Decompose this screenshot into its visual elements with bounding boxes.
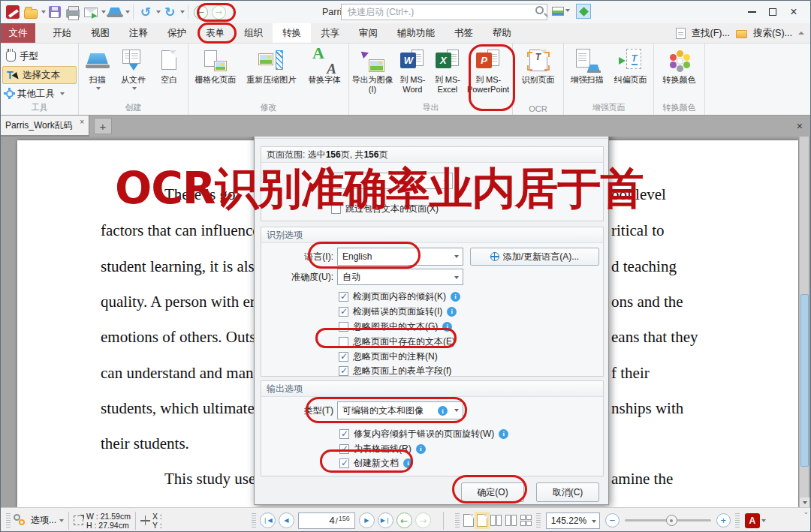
menu-protect[interactable]: 保护 — [158, 23, 196, 43]
replace-fonts-button[interactable]: AA 替换字体 — [302, 46, 347, 85]
statusbar-options-button[interactable]: 选项... — [31, 514, 56, 527]
undo-button[interactable]: ↺ — [137, 3, 155, 21]
zoom-level-combo[interactable]: 145.22% — [546, 512, 600, 529]
recompress-images-button[interactable]: 重新压缩图片 — [243, 46, 300, 85]
menu-convert[interactable]: 转换 — [273, 23, 311, 43]
layout-two-pages-icon[interactable] — [490, 515, 502, 526]
ui-options-caret-icon[interactable] — [565, 9, 570, 14]
statusbar-collapse-icon[interactable]: ⌄ — [803, 508, 809, 515]
menu-home[interactable]: 开始 — [43, 23, 81, 43]
deskew-pages-button[interactable]: T 纠偏页面 — [610, 46, 652, 85]
redo-button[interactable]: ↻ — [161, 3, 179, 21]
to-ms-word-button[interactable]: W 到 MS-Word — [396, 46, 429, 95]
detect-rotation-checkbox[interactable]: 检测错误的页面旋转(I) — [339, 305, 457, 317]
enhance-scan-button[interactable]: 增强扫描 — [566, 46, 608, 85]
checkbox-checked-icon[interactable] — [339, 307, 348, 317]
draw-table-lines-checkbox[interactable]: 为表格画线(R) — [339, 443, 426, 455]
close-document-button[interactable]: × — [797, 120, 803, 132]
history-back-button[interactable]: ← — [191, 3, 210, 21]
layout-two-pages-continuous-icon[interactable] — [505, 515, 517, 526]
open-file-button[interactable] — [22, 3, 40, 21]
zoom-out-button[interactable]: − — [605, 513, 620, 527]
layout-four-pages-icon[interactable] — [520, 515, 532, 527]
ignore-form-fields-checkbox[interactable]: 忽略页面上的表单字段(f) — [339, 365, 451, 377]
adobe-acrobat-icon[interactable]: A — [745, 513, 760, 528]
zoom-slider[interactable] — [625, 519, 711, 521]
scan-button[interactable] — [106, 3, 124, 21]
blank-page-button[interactable]: 空白 — [152, 46, 186, 85]
options-caret-icon[interactable] — [59, 519, 64, 524]
accuracy-combo[interactable]: 自动 — [337, 269, 463, 285]
ocr-pages-button[interactable]: T 识别页面 — [514, 46, 562, 85]
maximize-button[interactable] — [762, 3, 783, 21]
find-button[interactable]: 查找(F)... — [690, 27, 731, 40]
checkbox-checked-icon[interactable] — [339, 292, 348, 302]
ignore-graphics-text-checkbox[interactable]: 忽略图形中的文本(G) — [339, 320, 452, 332]
page-number-box[interactable]: 4 / 156 — [298, 512, 355, 529]
fullscreen-toggle-icon[interactable] — [576, 4, 591, 19]
redo-dropdown-caret-icon[interactable] — [180, 11, 185, 16]
rasterize-pages-button[interactable]: 栅格化页面 — [190, 46, 241, 85]
detect-skew-checkbox[interactable]: 检测页面内容的倾斜(K) — [339, 290, 460, 302]
adobe-caret-icon[interactable] — [761, 519, 766, 524]
checkbox-icon[interactable] — [339, 337, 348, 347]
language-combo[interactable]: English — [337, 248, 463, 266]
export-as-images-button[interactable]: 导出为图像(I) — [351, 46, 394, 95]
menu-accessibility[interactable]: 辅助功能 — [387, 23, 445, 43]
history-forward-button[interactable]: → — [210, 3, 228, 21]
other-tools-button[interactable]: 其他工具 — [2, 85, 77, 103]
to-ms-powerpoint-button[interactable]: P 到 MS-PowerPoint — [466, 46, 511, 95]
menu-review[interactable]: 审阅 — [349, 23, 387, 43]
vertical-scrollbar[interactable] — [799, 137, 809, 507]
hand-tool-button[interactable]: 手型 — [2, 47, 77, 65]
checkbox-checked-icon[interactable] — [339, 366, 348, 376]
scroll-down-button[interactable] — [800, 497, 809, 507]
add-update-languages-button[interactable]: 添加/更新语言(A)... — [470, 248, 599, 266]
print-button[interactable] — [64, 3, 82, 21]
menu-file[interactable]: 文件 — [1, 23, 35, 43]
checkbox-icon[interactable] — [339, 322, 348, 332]
save-button[interactable] — [46, 3, 64, 21]
view-forward-button[interactable]: → — [415, 512, 431, 528]
document-tab[interactable]: Parris_Work乱码 × — [1, 116, 89, 137]
convert-colors-button[interactable]: 转换颜色 — [656, 46, 703, 85]
next-page-button[interactable]: ▶ — [359, 512, 375, 528]
dialog-title-bar[interactable]: 识别页面 (增强) × — [255, 137, 608, 139]
view-back-button[interactable]: ← — [396, 512, 412, 528]
create-new-document-checkbox[interactable]: 创建新文档 — [339, 457, 413, 469]
search-button[interactable]: 搜索(S)... — [752, 27, 794, 40]
tab-close-icon[interactable]: × — [80, 118, 84, 126]
scrollbar-thumb[interactable] — [800, 294, 809, 467]
from-file-button[interactable]: 从文件 — [116, 46, 151, 92]
menu-comment[interactable]: 注释 — [119, 23, 158, 43]
checkbox-checked-icon[interactable] — [339, 444, 349, 454]
checkbox-checked-icon[interactable] — [339, 429, 349, 439]
select-text-tool-button[interactable]: T 选择文本 — [2, 66, 77, 84]
output-type-combo[interactable]: 可编辑的文本和图像 — [337, 401, 463, 419]
close-button[interactable]: × — [783, 3, 804, 21]
menu-organize[interactable]: 组织 — [234, 23, 273, 43]
zoom-in-button[interactable]: + — [716, 513, 731, 527]
menu-help[interactable]: 帮助 — [483, 23, 521, 43]
email-button[interactable] — [82, 3, 100, 21]
menu-bookmarks[interactable]: 书签 — [445, 23, 483, 43]
menu-share[interactable]: 共享 — [311, 23, 349, 43]
ok-button[interactable]: 确定(O) — [461, 482, 524, 502]
minimize-button[interactable] — [741, 3, 762, 21]
layout-continuous-icon[interactable] — [477, 514, 487, 527]
ignore-existing-text-checkbox[interactable]: 忽略页面中存在的文本(E) — [339, 335, 455, 347]
checkbox-checked-icon[interactable] — [339, 352, 348, 362]
ui-options-icon[interactable] — [552, 7, 564, 16]
zoom-slider-thumb[interactable] — [666, 515, 677, 526]
quick-launch-box[interactable] — [341, 4, 547, 20]
first-page-button[interactable]: ❘◀ — [260, 512, 276, 528]
last-page-button[interactable]: ▶❘ — [378, 512, 393, 528]
scan-pages-button[interactable]: 扫描 — [80, 46, 115, 92]
fix-skew-checkbox[interactable]: 修复内容倾斜于错误的页面旋转(W) — [339, 428, 508, 440]
cancel-button[interactable]: 取消(C) — [536, 482, 599, 502]
layout-single-page-icon[interactable] — [463, 514, 474, 527]
ribbon-collapse-icon[interactable] — [798, 29, 804, 35]
to-ms-excel-button[interactable]: X 到 MS-Excel — [431, 46, 464, 95]
ignore-comments-checkbox[interactable]: 忽略页面中的注释(N) — [339, 350, 438, 362]
new-tab-button[interactable]: + — [94, 118, 112, 134]
